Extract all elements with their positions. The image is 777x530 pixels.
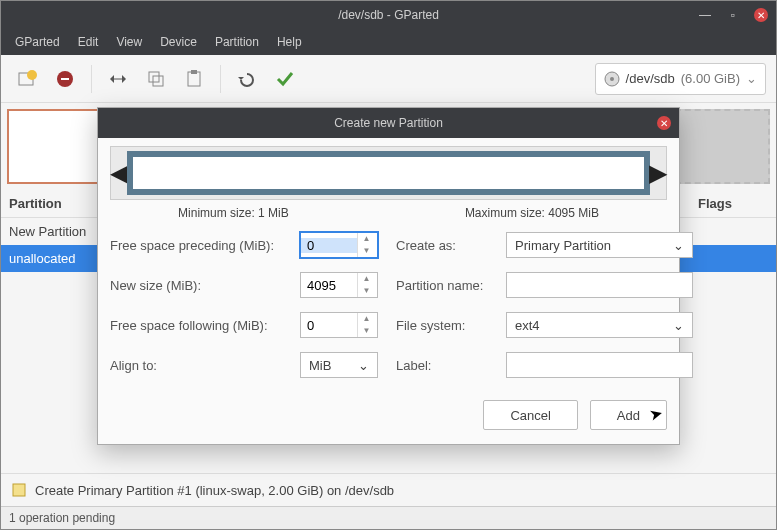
partition-name-input[interactable] [506,272,693,298]
chevron-down-icon: ⌄ [358,358,369,373]
pending-text: Create Primary Partition #1 (linux-swap,… [35,483,394,498]
partition-preview[interactable]: ◀ ▶ [110,146,667,200]
maximum-size: Maximum size: 4095 MiB [465,206,599,220]
svg-rect-8 [191,70,197,74]
chevron-down-icon: ⌄ [673,318,684,333]
titlebar: /dev/sdb - GParted — ▫ ✕ [1,1,776,29]
dialog-close-icon[interactable]: ✕ [657,116,671,130]
align-to-label: Align to: [110,358,300,373]
menubar: GParted Edit View Device Partition Help [1,29,776,55]
partition-preview-block[interactable] [127,151,650,195]
undo-button[interactable] [231,63,263,95]
menu-help[interactable]: Help [269,31,310,53]
toolbar: /dev/sdb (6.00 GiB) ⌄ [1,55,776,103]
file-system-select[interactable]: ext4 ⌄ [506,312,693,338]
device-path: /dev/sdb [626,71,675,86]
dialog-title: Create new Partition [334,116,443,130]
resize-right-icon[interactable]: ▶ [650,159,666,187]
svg-point-1 [27,70,37,80]
chevron-down-icon: ⌄ [673,238,684,253]
svg-rect-11 [13,484,25,496]
col-flags[interactable]: Flags [698,196,768,211]
spin-down-icon[interactable]: ▼ [358,325,375,337]
chevron-down-icon: ⌄ [746,71,757,86]
free-following-label: Free space following (MiB): [110,318,300,333]
menu-gparted[interactable]: GParted [7,31,68,53]
resize-button[interactable] [102,63,134,95]
apply-button[interactable] [269,63,301,95]
menu-edit[interactable]: Edit [70,31,107,53]
spin-up-icon[interactable]: ▲ [358,313,375,325]
copy-button[interactable] [140,63,172,95]
device-selector[interactable]: /dev/sdb (6.00 GiB) ⌄ [595,63,766,95]
menu-device[interactable]: Device [152,31,205,53]
pending-operations: Create Primary Partition #1 (linux-swap,… [1,473,776,506]
note-icon [11,482,27,498]
free-following-input[interactable]: ▲▼ [300,312,378,338]
new-size-input[interactable]: ▲▼ [300,272,378,298]
delete-button[interactable] [49,63,81,95]
file-system-label: File system: [396,318,506,333]
dialog-titlebar: Create new Partition ✕ [98,108,679,138]
label-label: Label: [396,358,506,373]
spin-up-icon[interactable]: ▲ [358,233,375,245]
menu-partition[interactable]: Partition [207,31,267,53]
close-icon[interactable]: ✕ [754,8,768,22]
create-partition-dialog: Create new Partition ✕ ◀ ▶ Minimum size:… [97,107,680,445]
create-as-label: Create as: [396,238,506,253]
maximize-icon[interactable]: ▫ [726,8,740,22]
spin-up-icon[interactable]: ▲ [358,273,375,285]
statusbar: 1 operation pending [1,506,776,529]
menu-view[interactable]: View [108,31,150,53]
svg-rect-7 [188,72,200,86]
align-to-select[interactable]: MiB ⌄ [300,352,378,378]
minimum-size: Minimum size: 1 MiB [178,206,289,220]
resize-left-icon[interactable]: ◀ [111,159,127,187]
partition-name-label: Partition name: [396,278,506,293]
paste-button[interactable] [178,63,210,95]
window-title: /dev/sdb - GParted [338,8,439,22]
create-as-select[interactable]: Primary Partition ⌄ [506,232,693,258]
device-size: (6.00 GiB) [681,71,740,86]
new-size-label: New size (MiB): [110,278,300,293]
svg-rect-5 [149,72,159,82]
svg-point-10 [610,77,614,81]
disk-icon [604,71,620,87]
spin-down-icon[interactable]: ▼ [358,285,375,297]
spin-down-icon[interactable]: ▼ [358,245,375,257]
free-preceding-input[interactable]: ▲▼ [300,232,378,258]
svg-rect-6 [153,76,163,86]
free-preceding-label: Free space preceding (MiB): [110,238,300,253]
new-partition-button[interactable] [11,63,43,95]
label-input[interactable] [506,352,693,378]
cancel-button[interactable]: Cancel [483,400,577,430]
minimize-icon[interactable]: — [698,8,712,22]
